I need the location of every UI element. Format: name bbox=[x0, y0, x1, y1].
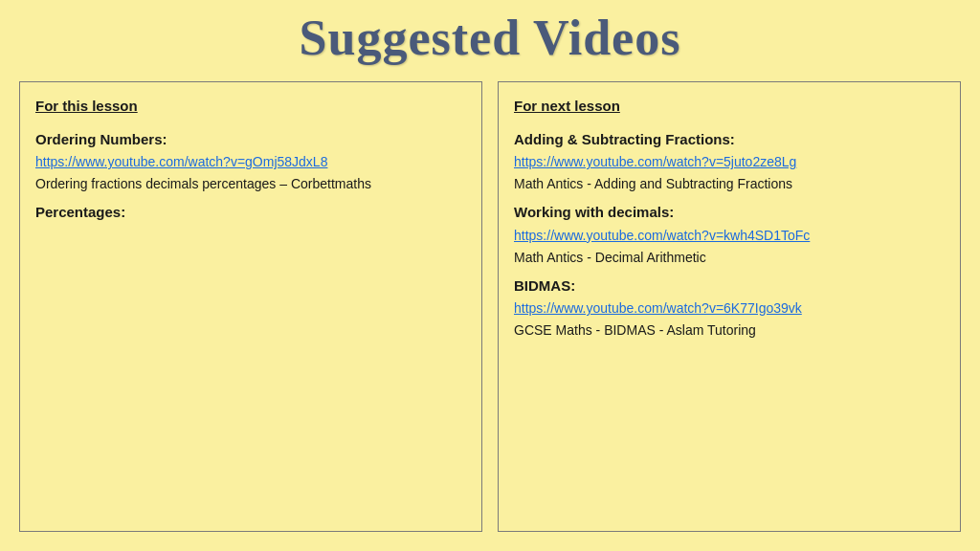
working-with-decimals-description: Math Antics - Decimal Arithmetic bbox=[514, 248, 945, 268]
bidmas-section: BIDMAS: https://www.youtube.com/watch?v=… bbox=[514, 276, 945, 342]
bidmas-link[interactable]: https://www.youtube.com/watch?v=6K77Igo3… bbox=[514, 298, 945, 319]
page-container: Suggested Videos For this lesson Orderin… bbox=[0, 0, 980, 551]
working-with-decimals-link[interactable]: https://www.youtube.com/watch?v=kwh4SD1T… bbox=[514, 226, 945, 246]
bidmas-description: GCSE Maths - BIDMAS - Aslam Tutoring bbox=[514, 320, 945, 341]
percentages-title: Percentages: bbox=[35, 204, 125, 220]
percentages-section: Percentages: bbox=[35, 202, 466, 224]
adding-subtracting-fractions-section: Adding & Subtracting Fractions: https://… bbox=[514, 129, 945, 195]
right-card-heading: For next lesson bbox=[514, 96, 945, 118]
right-card: For next lesson Adding & Subtracting Fra… bbox=[498, 81, 961, 532]
cards-container: For this lesson Ordering Numbers: https:… bbox=[19, 81, 961, 532]
ordering-numbers-link[interactable]: https://www.youtube.com/watch?v=gOmj58Jd… bbox=[35, 152, 466, 172]
ordering-numbers-section: Ordering Numbers: https://www.youtube.co… bbox=[35, 129, 466, 195]
adding-subtracting-fractions-title: Adding & Subtracting Fractions: bbox=[514, 131, 735, 147]
working-with-decimals-title: Working with decimals: bbox=[514, 204, 674, 220]
ordering-numbers-description: Ordering fractions decimals percentages … bbox=[35, 174, 466, 194]
ordering-numbers-title: Ordering Numbers: bbox=[35, 131, 167, 147]
adding-subtracting-fractions-link[interactable]: https://www.youtube.com/watch?v=5juto2ze… bbox=[514, 152, 945, 172]
bidmas-title: BIDMAS: bbox=[514, 277, 575, 294]
page-title: Suggested Videos bbox=[300, 10, 681, 66]
working-with-decimals-section: Working with decimals: https://www.youtu… bbox=[514, 202, 945, 268]
left-card: For this lesson Ordering Numbers: https:… bbox=[19, 81, 482, 532]
adding-subtracting-fractions-description: Math Antics - Adding and Subtracting Fra… bbox=[514, 174, 945, 194]
left-card-heading: For this lesson bbox=[35, 96, 466, 118]
